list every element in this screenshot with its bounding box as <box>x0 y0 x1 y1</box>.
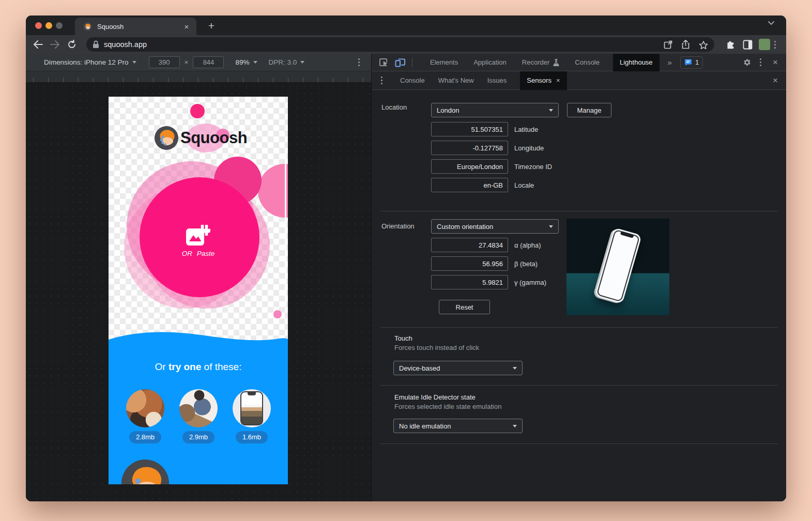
close-drawer-icon[interactable]: × <box>769 75 782 86</box>
open-in-new-icon[interactable] <box>664 40 672 49</box>
location-select[interactable]: London <box>431 103 559 117</box>
minimize-window-button[interactable] <box>45 22 52 29</box>
app-scrollbar-thumb[interactable] <box>285 154 286 306</box>
tab-recorder-label: Recorder <box>522 58 549 66</box>
gamma-label: γ (gamma) <box>514 275 546 289</box>
chevron-down-icon <box>549 109 553 112</box>
extensions-puzzle-icon[interactable] <box>724 38 737 51</box>
forward-button[interactable] <box>49 39 60 50</box>
latitude-label: Latitude <box>514 122 538 136</box>
more-tabs-button[interactable]: » <box>668 58 672 67</box>
new-tab-button[interactable]: + <box>205 19 218 33</box>
sensors-tab-label: Sensors <box>527 76 551 84</box>
issues-chat-icon <box>684 59 692 66</box>
dpr-value: DPR: 3.0 <box>269 58 297 66</box>
tab-title: Squoosh <box>97 23 182 30</box>
tab-application[interactable]: Application <box>473 58 507 66</box>
beta-input[interactable]: 56.956 <box>431 256 508 271</box>
viewport-height-input[interactable]: 844 <box>193 56 224 68</box>
gamma-input[interactable]: 5.9821 <box>431 275 508 289</box>
tab-search-chevron-icon[interactable] <box>768 21 775 25</box>
latitude-value: 51.507351 <box>471 126 503 133</box>
idle-detector-title: Emulate Idle Detector state <box>394 393 476 401</box>
idle-detector-description: Forces selected idle state emulation <box>394 403 501 410</box>
locale-input[interactable]: en-GB <box>431 178 508 192</box>
demo-phone-notch <box>248 392 256 395</box>
browser-tab-squoosh[interactable]: Squoosh × <box>75 18 196 35</box>
tab-console[interactable]: Console <box>575 58 600 66</box>
touch-description: Forces touch instead of click <box>394 344 479 351</box>
alpha-label: α (alpha) <box>514 238 541 252</box>
drawer-tab-issues[interactable]: Issues <box>487 76 507 84</box>
phone-screen <box>596 229 640 302</box>
idle-emulation-select[interactable]: No idle emulation <box>393 419 523 433</box>
close-window-button[interactable] <box>35 22 42 29</box>
sensors-tab-close-icon[interactable]: × <box>556 76 560 84</box>
demo-image-phone-screenshot[interactable] <box>233 389 271 427</box>
devtools-menu-kebab-icon[interactable] <box>756 56 765 68</box>
longitude-input[interactable]: -0.127758 <box>431 141 508 155</box>
drawer-tab-sensors-selected[interactable]: Sensors × <box>520 71 566 90</box>
squoosh-app: Squoosh OR Paste <box>109 97 288 484</box>
orientation-select[interactable]: Custom orientation <box>431 219 559 234</box>
side-panel-icon[interactable] <box>741 38 754 51</box>
touch-select[interactable]: Device-based <box>393 361 523 375</box>
zoom-dropdown[interactable]: 89% <box>235 58 257 66</box>
orientation-label: Orientation <box>381 222 415 230</box>
toggle-device-toolbar-icon[interactable] <box>394 57 406 68</box>
add-image-icon[interactable] <box>186 225 210 248</box>
alpha-input[interactable]: 27.4834 <box>431 238 508 252</box>
pink-dot-small <box>273 310 282 318</box>
tab-elements[interactable]: Elements <box>430 58 458 66</box>
locale-label: Locale <box>514 178 534 192</box>
latitude-input[interactable]: 51.507351 <box>431 122 508 136</box>
inspect-element-icon[interactable] <box>378 57 389 68</box>
devtools-pane: Elements Application Recorder Console Li… <box>371 54 786 501</box>
orientation-phone-preview[interactable] <box>566 219 669 315</box>
section-separator <box>380 443 778 444</box>
or-paste-text: OR Paste <box>109 250 288 257</box>
device-toolbar: Dimensions: iPhone 12 Pro 390 × 844 89% … <box>26 54 371 71</box>
section-separator <box>380 385 778 386</box>
timezone-value: Europe/London <box>457 163 503 171</box>
demo-image-red-panda[interactable] <box>126 389 164 427</box>
device-toolbar-menu-kebab-icon[interactable] <box>354 56 364 68</box>
issues-counter-badge[interactable]: 1 <box>680 56 703 69</box>
drawer-tab-whats-new[interactable]: What's New <box>438 76 474 84</box>
tab-lighthouse-selected[interactable]: Lighthouse <box>613 54 660 71</box>
reload-button[interactable] <box>66 39 78 50</box>
demo-image-artist[interactable] <box>179 389 218 427</box>
blue-wave-decoration <box>109 329 288 345</box>
squoosh-wordmark: Squoosh <box>180 129 247 147</box>
device-emulation-pane: Dimensions: iPhone 12 Pro 390 × 844 89% … <box>26 54 371 501</box>
demo-size-badge: 1.6mb <box>236 431 268 443</box>
drawer-menu-kebab-icon[interactable] <box>377 74 387 86</box>
longitude-value: -0.127758 <box>472 144 503 152</box>
touch-selected-value: Device-based <box>399 364 440 372</box>
tab-strip: Squoosh × + <box>26 16 786 35</box>
device-dimensions-label: Dimensions: iPhone 12 Pro <box>44 58 129 66</box>
tab-close-icon[interactable]: × <box>182 22 191 31</box>
timezone-input[interactable]: Europe/London <box>431 159 508 174</box>
address-bar[interactable]: squoosh.app <box>86 37 714 52</box>
maximize-window-button[interactable] <box>56 22 63 29</box>
browser-menu-kebab-icon[interactable] <box>770 39 780 51</box>
drawer-tab-console[interactable]: Console <box>400 76 425 84</box>
demo-phone-frame <box>240 391 263 425</box>
reset-button[interactable]: Reset <box>439 300 490 314</box>
chevron-down-icon <box>132 61 136 64</box>
share-icon[interactable] <box>682 40 690 49</box>
try-bold: try one <box>168 361 201 372</box>
close-devtools-icon[interactable]: × <box>769 57 782 68</box>
url-text: squoosh.app <box>104 40 147 49</box>
back-button[interactable] <box>32 39 43 50</box>
settings-gear-icon[interactable] <box>741 57 753 68</box>
paste-link[interactable]: Paste <box>197 250 215 257</box>
dpr-dropdown[interactable]: DPR: 3.0 <box>269 58 305 66</box>
device-dimensions-dropdown[interactable]: Dimensions: iPhone 12 Pro <box>44 58 136 66</box>
bookmark-star-icon[interactable] <box>699 40 708 49</box>
manage-button[interactable]: Manage <box>567 103 611 117</box>
tab-recorder[interactable]: Recorder <box>522 58 559 66</box>
profile-avatar[interactable] <box>759 39 770 50</box>
viewport-width-input[interactable]: 390 <box>149 56 180 68</box>
